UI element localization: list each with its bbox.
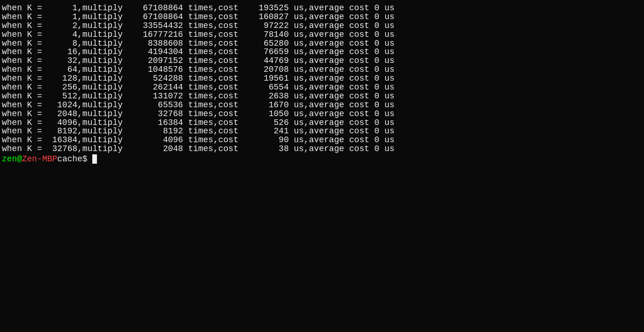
- output-row: when K = 2,multiply 33554432 times,cost …: [2, 21, 642, 30]
- output-row: when K = 8,multiply 8388608 times,cost 6…: [2, 39, 642, 48]
- output-row: when K = 2048,multiply 32768 times,cost …: [2, 110, 642, 118]
- output-rows: when K = 1,multiply 67108864 times,cost …: [2, 4, 642, 153]
- output-row: when K = 16384,multiply 4096 times,cost …: [2, 136, 642, 145]
- output-row: when K = 256,multiply 262144 times,cost …: [2, 83, 642, 92]
- prompt-host: Zen-MBP: [22, 155, 57, 164]
- output-row: when K = 64,multiply 1048576 times,cost …: [2, 65, 642, 74]
- output-row: when K = 16,multiply 4194304 times,cost …: [2, 48, 642, 56]
- cursor: [92, 154, 97, 164]
- prompt-dir: cache: [57, 155, 82, 164]
- output-row: when K = 4096,multiply 16384 times,cost …: [2, 118, 642, 127]
- output-row: when K = 32,multiply 2097152 times,cost …: [2, 56, 642, 65]
- output-row: when K = 1024,multiply 65536 times,cost …: [2, 101, 642, 110]
- output-row: when K = 32768,multiply 2048 times,cost …: [2, 145, 642, 153]
- prompt-line: zen@Zen-MBP cache$: [2, 154, 642, 164]
- output-row: when K = 4,multiply 16777216 times,cost …: [2, 30, 642, 39]
- terminal: when K = 1,multiply 67108864 times,cost …: [2, 4, 642, 164]
- prompt-at: @: [17, 155, 22, 164]
- prompt-space: [88, 155, 93, 164]
- output-row: when K = 128,multiply 524288 times,cost …: [2, 74, 642, 83]
- prompt-user: zen: [2, 155, 17, 164]
- prompt-dollar: $: [82, 155, 88, 164]
- output-row: when K = 1,multiply 67108864 times,cost …: [2, 13, 642, 21]
- output-row: when K = 1,multiply 67108864 times,cost …: [2, 4, 642, 13]
- output-row: when K = 8192,multiply 8192 times,cost 2…: [2, 127, 642, 136]
- output-row: when K = 512,multiply 131072 times,cost …: [2, 92, 642, 101]
